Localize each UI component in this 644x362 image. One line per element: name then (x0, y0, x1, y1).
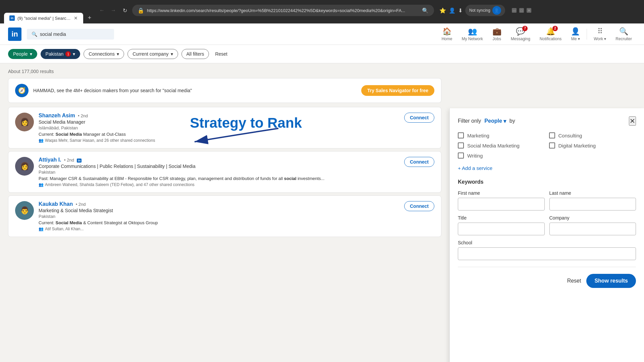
browser-tabs: in (9) "social media" | Search | Linke..… (4, 0, 95, 23)
person-name-line: Shanzeh Asim • 2nd (39, 113, 434, 119)
all-filters-button[interactable]: All filters (181, 49, 209, 59)
main-navigation: 🏠 Home 👥 My Network 💼 Jobs 💬 7 Messaging… (437, 27, 636, 41)
connect-button[interactable]: Connect (404, 201, 434, 211)
reset-link[interactable]: Reset (215, 51, 227, 57)
person-name[interactable]: Kaukab Khan (39, 201, 73, 207)
minimize-button[interactable]: — (512, 8, 517, 13)
nav-my-network[interactable]: 👥 My Network (458, 27, 487, 41)
show-results-button[interactable]: Show results (586, 274, 636, 288)
filter-only-text: Filter only (458, 118, 481, 124)
nav-recruiter[interactable]: 🔍 Recruiter (611, 27, 636, 41)
sales-navigator-button[interactable]: Try Sales Navigator for free (361, 85, 434, 96)
last-name-input[interactable] (549, 198, 636, 210)
people-filter-button[interactable]: People ▾ (8, 49, 37, 59)
person-degree: • 2nd (64, 158, 74, 163)
tab-favicon: in (9, 15, 15, 21)
writing-label: Writing (467, 153, 483, 159)
consulting-checkbox[interactable] (549, 132, 555, 138)
pakistan-filter-button[interactable]: Pakistan 1 ▾ (41, 49, 80, 59)
people-dropdown-icon: ▾ (503, 118, 506, 124)
nav-jobs[interactable]: 💼 Jobs (488, 27, 505, 41)
person-company: Past: Manager CSR & Sustainability at EB… (39, 176, 434, 181)
digital-marketing-checkbox[interactable] (549, 142, 555, 148)
active-tab[interactable]: in (9) "social media" | Search | Linke..… (4, 13, 83, 23)
current-company-filter-button[interactable]: Current company ▾ (127, 49, 178, 59)
nav-home[interactable]: 🏠 Home (437, 27, 456, 41)
not-syncing-label: Not syncing (469, 8, 490, 13)
linkedin-header: in 🔍 🏠 Home 👥 My Network 💼 Jobs 💬 7 Mess… (0, 23, 644, 45)
connections-icon: 👥 (39, 227, 44, 231)
people-chevron-icon: ▾ (30, 51, 32, 57)
person-card: 👩 Attiyah I. • 2nd in Corporate Communic… (8, 151, 441, 193)
sales-banner-text: HAMMAD, see the 4M+ decision makers from… (33, 88, 357, 93)
service-item-digital-marketing: Digital Marketing (549, 142, 636, 148)
results-panel: About 177,000 results 🧭 HAMMAD, see the … (0, 63, 449, 245)
first-name-input[interactable] (458, 198, 545, 210)
connections-filter-button[interactable]: Connections ▾ (84, 49, 124, 59)
services-grid: Marketing Consulting Social Media Market… (458, 132, 636, 159)
person-name[interactable]: Attiyah I. (39, 157, 61, 163)
avatar: 👩 (15, 157, 34, 176)
nav-work[interactable]: ⠿ Work ▾ (590, 27, 610, 41)
extensions-button[interactable]: ⭐ (439, 7, 446, 14)
person-info: Kaukab Khan • 2nd Marketing & Social Med… (39, 201, 434, 231)
tab-title: (9) "social media" | Search | Linke... (17, 16, 71, 21)
reset-button[interactable]: Reset (567, 278, 581, 284)
connect-button[interactable]: Connect (404, 157, 434, 167)
notifications-badge: 2 (552, 26, 558, 31)
search-box[interactable]: 🔍 (27, 29, 114, 40)
connections-icon: 👥 (39, 182, 44, 187)
not-syncing-button[interactable]: Not syncing 👤 (465, 5, 505, 16)
messaging-icon: 💬 7 (516, 27, 525, 36)
school-input[interactable] (458, 247, 636, 260)
service-item-writing: Writing (458, 153, 545, 159)
refresh-button[interactable]: ↻ (120, 6, 129, 15)
keywords-section-title: Keywords (458, 179, 636, 185)
nav-divider (587, 29, 587, 40)
overlay-footer: Reset Show results (458, 267, 636, 288)
downloads-button[interactable]: ⬇ (458, 7, 463, 14)
maximize-button[interactable]: □ (519, 8, 524, 13)
forward-button[interactable]: → (109, 6, 118, 15)
add-service-link[interactable]: + Add a service (458, 165, 636, 171)
lock-icon: 🔒 (138, 7, 144, 14)
people-dropdown[interactable]: People ▾ (484, 118, 506, 124)
connections-icon: 👥 (39, 138, 44, 143)
person-name[interactable]: Shanzeh Asim (39, 113, 75, 118)
close-window-button[interactable]: ✕ (527, 8, 531, 13)
nav-notifications[interactable]: 🔔 2 Notifications (536, 27, 566, 41)
title-input[interactable] (458, 223, 545, 235)
recruiter-icon: 🔍 (619, 27, 628, 36)
new-tab-button[interactable]: + (85, 13, 95, 23)
service-item-social-media-marketing: Social Media Marketing (458, 142, 545, 148)
service-item-consulting: Consulting (549, 132, 636, 138)
person-info: Shanzeh Asim • 2nd Social Media Manager … (39, 113, 434, 143)
company-input[interactable] (549, 223, 636, 235)
person-company: Current: Social Media Manager at Out-Cla… (39, 132, 434, 137)
pakistan-chevron-icon: ▾ (73, 51, 75, 57)
person-connections: 👥 Waqas Mehr, Samar Hasan, and 26 other … (39, 138, 434, 143)
back-button[interactable]: ← (97, 6, 107, 15)
social-media-marketing-checkbox[interactable] (458, 142, 464, 148)
nav-messaging[interactable]: 💬 7 Messaging (507, 27, 534, 41)
close-overlay-button[interactable]: ✕ (629, 116, 636, 126)
marketing-checkbox[interactable] (458, 132, 464, 138)
network-icon: 👥 (468, 27, 477, 36)
all-filters-label: All filters (186, 51, 204, 57)
writing-checkbox[interactable] (458, 153, 464, 159)
address-bar[interactable]: 🔒 https://www.linkedin.com/search/result… (132, 5, 434, 16)
people-filter-label: People (13, 51, 28, 57)
connect-button[interactable]: Connect (404, 113, 434, 123)
search-input[interactable] (40, 32, 100, 37)
first-name-label: First name (458, 190, 545, 196)
person-name-line: Attiyah I. • 2nd in (39, 157, 434, 163)
sales-navigator-banner: 🧭 HAMMAD, see the 4M+ decision makers fr… (8, 78, 441, 103)
window-controls: — □ ✕ (512, 8, 531, 13)
sales-nav-icon: 🧭 (15, 84, 29, 97)
filter-bar: People ▾ Pakistan 1 ▾ Connections ▾ Curr… (0, 45, 644, 63)
nav-me[interactable]: 👤 Me ▾ (567, 27, 584, 41)
linkedin-logo[interactable]: in (8, 27, 21, 41)
home-icon: 🏠 (442, 27, 451, 36)
tab-close-button[interactable]: ✕ (74, 15, 78, 21)
profile-button[interactable]: 👤 (449, 7, 455, 14)
